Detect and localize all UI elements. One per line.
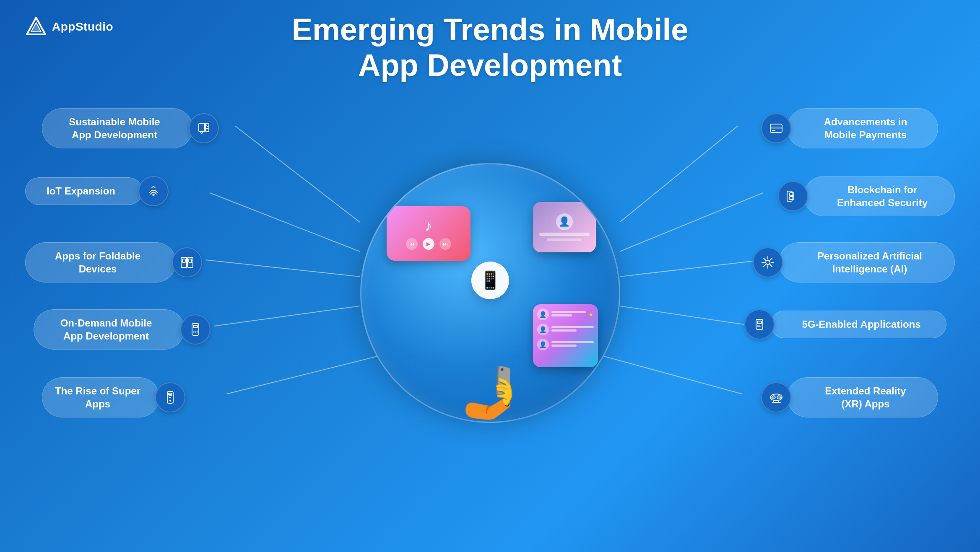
svg-rect-33 <box>790 193 794 196</box>
svg-point-35 <box>766 260 770 264</box>
blockchain-icon <box>778 181 808 211</box>
svg-rect-27 <box>169 393 172 395</box>
iot-icon <box>138 176 169 206</box>
pill-blockchain: Blockchain forEnhanced Security <box>778 176 955 216</box>
pill-iot: IoT Expansion <box>25 176 169 206</box>
svg-point-24 <box>195 332 196 333</box>
svg-rect-19 <box>182 259 185 262</box>
pill-foldable-label: Apps for FoldableDevices <box>25 242 176 282</box>
svg-point-48 <box>772 396 775 399</box>
pill-foldable: Apps for FoldableDevices <box>25 242 202 282</box>
svg-point-15 <box>153 194 155 196</box>
pill-blockchain-label: Blockchain forEnhanced Security <box>804 176 955 216</box>
svg-rect-45 <box>757 321 762 324</box>
svg-rect-12 <box>199 123 205 132</box>
svg-rect-22 <box>193 325 198 328</box>
svg-rect-13 <box>205 123 209 132</box>
svg-line-43 <box>764 264 766 267</box>
pill-ondemand: On-Demand MobileApp Development <box>34 309 211 350</box>
pill-ai-label: Personalized ArtificialIntelligence (AI) <box>779 242 955 282</box>
pill-superapps: The Rise of SuperApps <box>42 377 185 417</box>
hand-holding-phone: 🤳 <box>460 367 523 417</box>
ai-icon <box>753 247 783 277</box>
svg-point-23 <box>193 332 195 333</box>
pill-sustainable-label: Sustainable MobileApp Development <box>42 108 193 148</box>
pill-ondemand-label: On-Demand MobileApp Development <box>34 309 185 350</box>
svg-point-28 <box>169 400 171 402</box>
svg-text:5G: 5G <box>757 324 762 328</box>
music-note-icon: ♪ <box>425 217 432 235</box>
avatar-icon: 👤 <box>556 213 573 230</box>
svg-rect-34 <box>790 197 794 200</box>
superapps-icon <box>155 382 185 412</box>
center-data-icon: 📱 <box>471 262 509 299</box>
pill-superapps-label: The Rise of SuperApps <box>42 377 159 417</box>
svg-point-25 <box>197 332 198 333</box>
title-line2: App Development <box>0 47 980 83</box>
svg-rect-20 <box>189 259 192 262</box>
pill-5g: 5G 5G-Enabled Applications <box>744 309 946 339</box>
music-card: ♪ ⏮ ▶ ⏭ <box>387 206 471 261</box>
forward-icon: ⏭ <box>439 238 451 250</box>
pill-xr: Extended Reality(XR) Apps <box>761 377 938 417</box>
list-card: 👤 ★ 👤 👤 <box>533 304 598 367</box>
svg-line-40 <box>764 258 766 260</box>
svg-line-42 <box>770 258 772 260</box>
xr-icon <box>761 382 791 412</box>
play-icon: ▶ <box>423 238 434 250</box>
pill-sustainable: Sustainable MobileApp Development <box>42 108 219 148</box>
payments-icon <box>761 113 791 143</box>
title-line1: Emerging Trends in Mobile <box>292 12 689 47</box>
svg-point-49 <box>777 396 780 399</box>
ondemand-icon <box>180 314 211 345</box>
pill-payments: Advancements inMobile Payments <box>761 108 938 148</box>
page-title: Emerging Trends in Mobile App Developmen… <box>0 12 980 83</box>
sustainable-icon <box>189 113 219 143</box>
center-circle: ♪ ⏮ ▶ ⏭ 👤 👤 ★ 👤 👤 <box>360 163 620 423</box>
pill-ai: Personalized ArtificialIntelligence (AI) <box>753 242 955 282</box>
pill-payments-label: Advancements inMobile Payments <box>787 108 938 148</box>
svg-rect-31 <box>772 130 775 131</box>
5g-icon: 5G <box>744 309 775 339</box>
pill-iot-label: IoT Expansion <box>25 177 143 205</box>
profile-card: 👤 <box>533 202 596 252</box>
rewind-icon: ⏮ <box>406 238 418 250</box>
svg-point-14 <box>201 132 203 133</box>
svg-line-41 <box>770 264 772 267</box>
pill-5g-label: 5G-Enabled Applications <box>770 311 946 338</box>
pill-xr-label: Extended Reality(XR) Apps <box>787 377 938 417</box>
svg-rect-30 <box>770 127 782 129</box>
foldable-icon <box>172 247 202 277</box>
